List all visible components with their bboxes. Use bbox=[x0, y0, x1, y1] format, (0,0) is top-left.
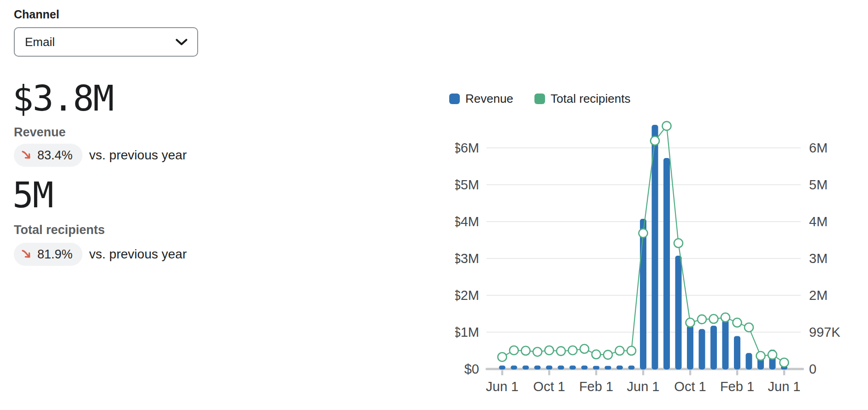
channel-select[interactable]: Email bbox=[14, 27, 198, 57]
recipients-delta-value: 81.9% bbox=[37, 247, 73, 262]
svg-text:Oct 1: Oct 1 bbox=[674, 379, 706, 394]
svg-text:Jun 1: Jun 1 bbox=[486, 379, 519, 394]
svg-text:2M: 2M bbox=[809, 288, 827, 303]
arrow-down-right-icon bbox=[21, 248, 33, 261]
chart-legend: Revenue Total recipients bbox=[449, 92, 631, 106]
svg-text:$4M: $4M bbox=[455, 214, 479, 229]
revenue-delta-value: 83.4% bbox=[37, 148, 73, 163]
recipients-delta-badge: 81.9% bbox=[14, 243, 82, 266]
legend-label-recipients: Total recipients bbox=[551, 92, 630, 106]
channel-label: Channel bbox=[14, 8, 59, 21]
arrow-down-right-icon bbox=[21, 149, 33, 162]
revenue-comparison-text: vs. previous year bbox=[89, 148, 187, 163]
legend-item-revenue: Revenue bbox=[449, 92, 513, 106]
svg-text:5M: 5M bbox=[809, 177, 827, 192]
recipients-swatch bbox=[534, 94, 545, 104]
svg-text:$3M: $3M bbox=[455, 251, 479, 266]
revenue-kpi-label: Revenue bbox=[14, 125, 66, 140]
svg-text:3M: 3M bbox=[809, 251, 827, 266]
revenue-delta-row: 83.4% vs. previous year bbox=[14, 144, 187, 167]
svg-text:Jun 1: Jun 1 bbox=[627, 379, 660, 394]
svg-text:$5M: $5M bbox=[455, 177, 479, 192]
svg-text:6M: 6M bbox=[809, 141, 827, 155]
svg-text:Jun 1: Jun 1 bbox=[768, 379, 801, 394]
recipients-kpi-value: 5M bbox=[12, 178, 53, 213]
svg-text:Feb 1: Feb 1 bbox=[720, 379, 754, 394]
legend-item-recipients: Total recipients bbox=[534, 92, 630, 106]
recipients-comparison-text: vs. previous year bbox=[89, 247, 187, 262]
svg-text:4M: 4M bbox=[809, 214, 827, 229]
revenue-kpi-value: $3.8M bbox=[12, 81, 113, 116]
chevron-down-icon bbox=[175, 38, 188, 46]
svg-text:Oct 1: Oct 1 bbox=[533, 379, 565, 394]
revenue-swatch bbox=[449, 94, 460, 104]
svg-text:$6M: $6M bbox=[455, 141, 479, 155]
svg-text:$1M: $1M bbox=[455, 325, 479, 340]
svg-text:Feb 1: Feb 1 bbox=[579, 379, 613, 394]
recipients-kpi-label: Total recipients bbox=[14, 223, 105, 237]
svg-text:997K: 997K bbox=[809, 325, 840, 340]
svg-text:0: 0 bbox=[809, 362, 816, 376]
recipients-delta-row: 81.9% vs. previous year bbox=[14, 243, 187, 266]
analytics-page: { "channel": { "label": "Channel", "sele… bbox=[0, 0, 868, 410]
svg-text:$0: $0 bbox=[464, 362, 479, 376]
revenue-delta-badge: 83.4% bbox=[14, 144, 82, 167]
revenue-recipients-chart: $0$1M$2M$3M$4M$5M$6M0997K2M3M4M5M6MJun 1… bbox=[455, 114, 868, 410]
legend-label-revenue: Revenue bbox=[465, 92, 513, 106]
channel-select-value: Email bbox=[25, 35, 55, 49]
svg-text:$2M: $2M bbox=[455, 288, 479, 303]
